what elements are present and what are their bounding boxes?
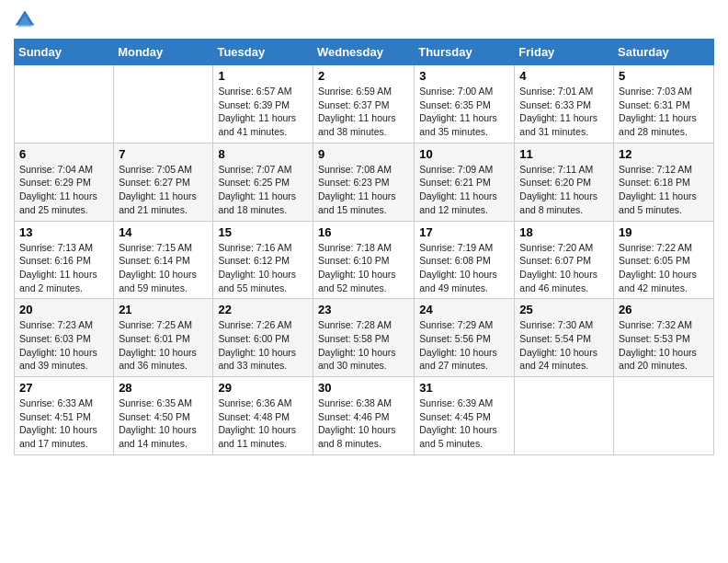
calendar-header-row: SundayMondayTuesdayWednesdayThursdayFrid… (15, 40, 714, 65)
day-info: Sunrise: 6:57 AMSunset: 6:39 PMDaylight:… (218, 85, 308, 139)
day-info: Sunrise: 7:07 AMSunset: 6:25 PMDaylight:… (218, 163, 308, 217)
day-info: Sunrise: 7:05 AMSunset: 6:27 PMDaylight:… (119, 163, 208, 217)
day-info: Sunrise: 7:30 AMSunset: 5:54 PMDaylight:… (519, 318, 609, 373)
day-number: 1 (218, 69, 308, 83)
calendar-cell: 22Sunrise: 7:26 AMSunset: 6:00 PMDayligh… (213, 299, 313, 377)
day-number: 5 (619, 69, 709, 83)
calendar-cell: 13Sunrise: 7:13 AMSunset: 6:16 PMDayligh… (15, 221, 114, 299)
calendar-cell: 1Sunrise: 6:57 AMSunset: 6:39 PMDaylight… (213, 65, 313, 144)
day-info: Sunrise: 7:01 AMSunset: 6:33 PMDaylight:… (519, 85, 609, 139)
day-info: Sunrise: 7:11 AMSunset: 6:20 PMDaylight:… (519, 163, 609, 217)
calendar-week-2: 6Sunrise: 7:04 AMSunset: 6:29 PMDaylight… (15, 143, 714, 221)
day-number: 6 (19, 147, 108, 161)
day-info: Sunrise: 6:33 AMSunset: 4:51 PMDaylight:… (19, 396, 108, 451)
calendar-cell: 5Sunrise: 7:03 AMSunset: 6:31 PMDaylight… (614, 65, 714, 144)
day-number: 28 (119, 381, 208, 395)
calendar-cell: 10Sunrise: 7:09 AMSunset: 6:21 PMDayligh… (415, 143, 515, 221)
day-header-sunday: Sunday (15, 40, 114, 65)
calendar-cell (114, 65, 213, 144)
day-number: 4 (519, 69, 609, 83)
day-number: 13 (19, 225, 108, 239)
day-header-wednesday: Wednesday (313, 40, 414, 65)
day-info: Sunrise: 7:08 AMSunset: 6:23 PMDaylight:… (318, 163, 409, 217)
calendar-cell: 29Sunrise: 6:36 AMSunset: 4:48 PMDayligh… (213, 377, 313, 455)
calendar-cell: 31Sunrise: 6:39 AMSunset: 4:45 PMDayligh… (415, 377, 515, 455)
day-info: Sunrise: 7:19 AMSunset: 6:08 PMDaylight:… (419, 241, 509, 295)
calendar-cell: 11Sunrise: 7:11 AMSunset: 6:20 PMDayligh… (515, 143, 614, 221)
day-info: Sunrise: 6:59 AMSunset: 6:37 PMDaylight:… (318, 85, 409, 139)
day-number: 25 (519, 303, 609, 316)
day-number: 17 (419, 225, 509, 239)
day-info: Sunrise: 7:03 AMSunset: 6:31 PMDaylight:… (619, 85, 709, 139)
calendar-cell: 12Sunrise: 7:12 AMSunset: 6:18 PMDayligh… (614, 143, 714, 221)
day-info: Sunrise: 7:13 AMSunset: 6:16 PMDaylight:… (19, 241, 108, 295)
day-info: Sunrise: 7:20 AMSunset: 6:07 PMDaylight:… (519, 241, 609, 295)
calendar-cell: 24Sunrise: 7:29 AMSunset: 5:56 PMDayligh… (415, 299, 515, 377)
day-info: Sunrise: 7:26 AMSunset: 6:00 PMDaylight:… (218, 318, 308, 373)
day-info: Sunrise: 7:29 AMSunset: 5:56 PMDaylight:… (419, 318, 509, 373)
calendar-cell: 4Sunrise: 7:01 AMSunset: 6:33 PMDaylight… (515, 65, 614, 144)
calendar-cell: 25Sunrise: 7:30 AMSunset: 5:54 PMDayligh… (515, 299, 614, 377)
day-number: 2 (318, 69, 409, 83)
day-number: 31 (419, 381, 509, 395)
day-info: Sunrise: 7:25 AMSunset: 6:01 PMDaylight:… (119, 318, 208, 373)
day-info: Sunrise: 7:12 AMSunset: 6:18 PMDaylight:… (619, 163, 709, 217)
day-info: Sunrise: 6:36 AMSunset: 4:48 PMDaylight:… (218, 396, 308, 451)
day-info: Sunrise: 6:38 AMSunset: 4:46 PMDaylight:… (318, 396, 409, 451)
calendar-cell (515, 377, 614, 455)
page-header (14, 9, 714, 31)
calendar-cell: 2Sunrise: 6:59 AMSunset: 6:37 PMDaylight… (313, 65, 414, 144)
day-info: Sunrise: 7:32 AMSunset: 5:53 PMDaylight:… (619, 318, 709, 373)
calendar-cell: 28Sunrise: 6:35 AMSunset: 4:50 PMDayligh… (114, 377, 213, 455)
calendar-cell: 6Sunrise: 7:04 AMSunset: 6:29 PMDaylight… (15, 143, 114, 221)
calendar-cell: 20Sunrise: 7:23 AMSunset: 6:03 PMDayligh… (15, 299, 114, 377)
calendar-cell: 14Sunrise: 7:15 AMSunset: 6:14 PMDayligh… (114, 221, 213, 299)
day-number: 22 (218, 303, 308, 316)
day-info: Sunrise: 7:04 AMSunset: 6:29 PMDaylight:… (19, 163, 108, 217)
calendar-cell: 26Sunrise: 7:32 AMSunset: 5:53 PMDayligh… (614, 299, 714, 377)
calendar-cell: 16Sunrise: 7:18 AMSunset: 6:10 PMDayligh… (313, 221, 414, 299)
calendar-cell: 18Sunrise: 7:20 AMSunset: 6:07 PMDayligh… (515, 221, 614, 299)
calendar-cell (15, 65, 114, 144)
day-info: Sunrise: 7:09 AMSunset: 6:21 PMDaylight:… (419, 163, 509, 217)
day-info: Sunrise: 7:16 AMSunset: 6:12 PMDaylight:… (218, 241, 308, 295)
calendar-cell: 8Sunrise: 7:07 AMSunset: 6:25 PMDaylight… (213, 143, 313, 221)
day-number: 15 (218, 225, 308, 239)
calendar-cell (614, 377, 714, 455)
day-number: 21 (119, 303, 208, 316)
day-number: 10 (419, 147, 509, 161)
day-number: 27 (19, 381, 108, 395)
day-number: 7 (119, 147, 208, 161)
calendar-week-3: 13Sunrise: 7:13 AMSunset: 6:16 PMDayligh… (15, 221, 714, 299)
day-number: 20 (19, 303, 108, 316)
day-number: 23 (318, 303, 409, 316)
day-number: 11 (519, 147, 609, 161)
day-number: 12 (619, 147, 709, 161)
calendar-table: SundayMondayTuesdayWednesdayThursdayFrid… (14, 39, 714, 455)
calendar-cell: 27Sunrise: 6:33 AMSunset: 4:51 PMDayligh… (15, 377, 114, 455)
calendar-cell: 15Sunrise: 7:16 AMSunset: 6:12 PMDayligh… (213, 221, 313, 299)
day-number: 16 (318, 225, 409, 239)
calendar-week-5: 27Sunrise: 6:33 AMSunset: 4:51 PMDayligh… (15, 377, 714, 455)
calendar-week-1: 1Sunrise: 6:57 AMSunset: 6:39 PMDaylight… (15, 65, 714, 144)
calendar-cell: 23Sunrise: 7:28 AMSunset: 5:58 PMDayligh… (313, 299, 414, 377)
day-number: 26 (619, 303, 709, 316)
day-info: Sunrise: 6:35 AMSunset: 4:50 PMDaylight:… (119, 396, 208, 451)
calendar-cell: 3Sunrise: 7:00 AMSunset: 6:35 PMDaylight… (415, 65, 515, 144)
day-number: 9 (318, 147, 409, 161)
day-number: 29 (218, 381, 308, 395)
calendar-cell: 21Sunrise: 7:25 AMSunset: 6:01 PMDayligh… (114, 299, 213, 377)
day-info: Sunrise: 7:00 AMSunset: 6:35 PMDaylight:… (419, 85, 509, 139)
day-info: Sunrise: 7:18 AMSunset: 6:10 PMDaylight:… (318, 241, 409, 295)
day-header-friday: Friday (515, 40, 614, 65)
logo-icon (14, 9, 36, 31)
calendar-cell: 9Sunrise: 7:08 AMSunset: 6:23 PMDaylight… (313, 143, 414, 221)
calendar-cell: 30Sunrise: 6:38 AMSunset: 4:46 PMDayligh… (313, 377, 414, 455)
calendar-week-4: 20Sunrise: 7:23 AMSunset: 6:03 PMDayligh… (15, 299, 714, 377)
day-header-monday: Monday (114, 40, 213, 65)
day-number: 8 (218, 147, 308, 161)
day-info: Sunrise: 6:39 AMSunset: 4:45 PMDaylight:… (419, 396, 509, 451)
day-info: Sunrise: 7:23 AMSunset: 6:03 PMDaylight:… (19, 318, 108, 373)
day-number: 18 (519, 225, 609, 239)
day-info: Sunrise: 7:28 AMSunset: 5:58 PMDaylight:… (318, 318, 409, 373)
